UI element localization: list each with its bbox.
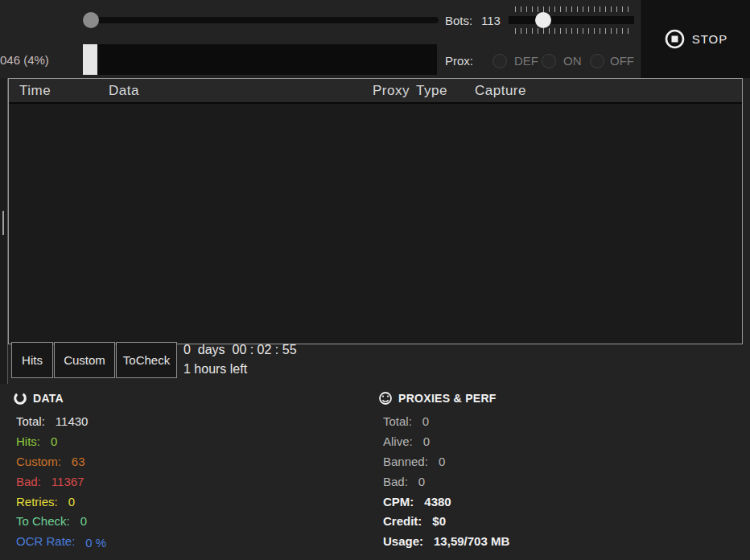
ring-chart-icon: [13, 391, 27, 406]
proxy-def-label[interactable]: DEF: [514, 54, 538, 68]
proxy-stat-total: Total: 0: [383, 411, 509, 431]
tab-hits[interactable]: Hits: [11, 342, 53, 378]
checker-window: 046 (4%) Bots: 113 Prox: DEF ON OFF STOP…: [0, 0, 750, 560]
data-stats-list: Total: 11430 Hits: 0 Custom: 63 Bad: 113…: [16, 411, 106, 551]
proxy-stat-bad: Bad: 0: [383, 471, 509, 492]
stat-bad: Bad: 11367: [16, 471, 106, 492]
bots-label: Bots:: [445, 14, 472, 27]
proxies-stats-list: Total: 0 Alive: 0 Banned: 0 Bad: 0 CPM: …: [383, 411, 509, 551]
speed-slider-handle[interactable]: [83, 12, 99, 28]
timer-remaining: 1 hours left: [183, 362, 247, 377]
bots-slider[interactable]: [509, 2, 634, 38]
speed-slider[interactable]: [83, 11, 440, 29]
proxy-on-label[interactable]: ON: [563, 54, 582, 68]
tab-tocheck[interactable]: ToCheck: [116, 342, 177, 378]
proxy-def-radio[interactable]: [492, 54, 507, 68]
stop-icon: [664, 28, 686, 50]
data-section-header: DATA: [13, 391, 64, 406]
column-header-data[interactable]: Data: [109, 83, 139, 99]
column-header-capture[interactable]: Capture: [475, 83, 526, 99]
results-table-body[interactable]: [9, 104, 742, 344]
bots-slider-ticks-bottom: [515, 28, 628, 34]
stat-hits: Hits: 0: [16, 431, 106, 451]
proxy-on-radio[interactable]: [542, 54, 556, 68]
results-table-header: Time Data Proxy Type Capture: [9, 79, 742, 104]
stat-ocr-rate: OCR Rate: 0 %: [16, 531, 106, 551]
stat-total: Total: 11430: [16, 411, 106, 431]
proxy-off-label[interactable]: OFF: [610, 54, 634, 68]
bots-value: 113: [481, 14, 501, 27]
proxies-section-header: PROXIES & PERF: [378, 391, 497, 406]
bots-slider-handle[interactable]: [535, 12, 551, 28]
data-section-title: DATA: [33, 392, 64, 405]
proxy-stat-alive: Alive: 0: [383, 431, 509, 451]
results-table: Time Data Proxy Type Capture: [8, 78, 743, 344]
gauge-icon: [378, 391, 393, 406]
stop-button[interactable]: STOP: [640, 0, 750, 78]
column-header-time[interactable]: Time: [19, 83, 51, 99]
stat-usage: Usage: 13,59/703 MB: [383, 531, 509, 551]
stat-retries: Retries: 0: [16, 492, 106, 512]
proxy-stat-banned: Banned: 0: [383, 451, 509, 471]
progress-bar-fill: [83, 44, 97, 75]
bots-slider-ticks-top: [515, 6, 628, 12]
stat-tocheck: To Check: 0: [16, 511, 106, 531]
stop-button-label: STOP: [692, 32, 728, 46]
stat-cpm: CPM: 4380: [383, 492, 509, 512]
timer-elapsed: 0 days 00 : 02 : 55: [183, 343, 297, 357]
left-splitter[interactable]: [0, 78, 8, 384]
column-header-type[interactable]: Type: [416, 83, 447, 99]
splitter-grip-icon[interactable]: [2, 211, 4, 235]
speed-slider-track[interactable]: [84, 17, 439, 23]
tab-custom[interactable]: Custom: [54, 342, 115, 378]
bots-slider-track[interactable]: [509, 16, 634, 24]
progress-bar: [83, 44, 437, 75]
proxies-section-title: PROXIES & PERF: [398, 392, 497, 405]
prox-label: Prox:: [445, 54, 473, 68]
column-header-proxy[interactable]: Proxy: [373, 83, 410, 99]
stat-custom: Custom: 63: [16, 451, 106, 471]
proxy-off-radio[interactable]: [590, 54, 604, 68]
progress-label: 046 (4%): [0, 53, 49, 67]
stat-credit: Credit: $0: [383, 511, 509, 531]
